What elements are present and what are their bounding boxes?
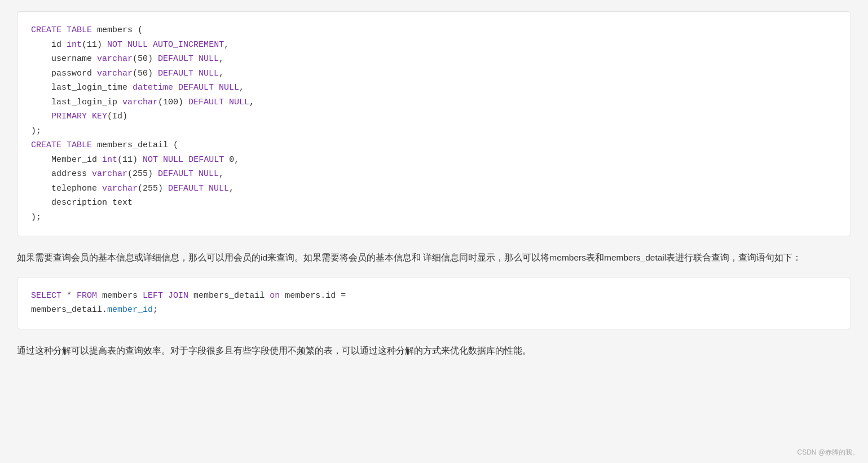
code-line: telephone varchar(255) DEFAULT NULL, xyxy=(31,182,837,196)
code-line: CREATE TABLE members_detail ( xyxy=(31,138,837,153)
code-line: description text xyxy=(31,196,837,210)
code-line: ); xyxy=(31,124,837,139)
code-line: last_login_ip varchar(100) DEFAULT NULL, xyxy=(31,95,837,110)
code-line: last_login_time datetime DEFAULT NULL, xyxy=(31,81,837,95)
code-line: username varchar(50) DEFAULT NULL, xyxy=(31,52,837,67)
code-line: members_detail.member_id; xyxy=(31,303,837,318)
code-line: address varchar(255) DEFAULT NULL, xyxy=(31,167,837,182)
code-block-2: SELECT * FROM members LEFT JOIN members_… xyxy=(17,277,851,329)
code-line: PRIMARY KEY(Id) xyxy=(31,109,837,124)
code-line: Member_id int(11) NOT NULL DEFAULT 0, xyxy=(31,153,837,167)
code-line: ); xyxy=(31,210,837,225)
code-block-1: CREATE TABLE members ( id int(11) NOT NU… xyxy=(17,11,851,236)
code-line: id int(11) NOT NULL AUTO_INCREMENT, xyxy=(31,38,837,52)
code-line: SELECT * FROM members LEFT JOIN members_… xyxy=(31,289,837,303)
code-line: CREATE TABLE members ( xyxy=(31,23,837,38)
prose-2: 通过这种分解可以提高表的查询效率。对于字段很多且有些字段使用不频繁的表，可以通过… xyxy=(17,343,851,359)
prose-1: 如果需要查询会员的基本信息或详细信息，那么可以用会员的id来查询。如果需要将会员… xyxy=(17,250,851,266)
code-line: password varchar(50) DEFAULT NULL, xyxy=(31,67,837,81)
watermark: CSDN @赤脚的我。 xyxy=(797,448,859,457)
